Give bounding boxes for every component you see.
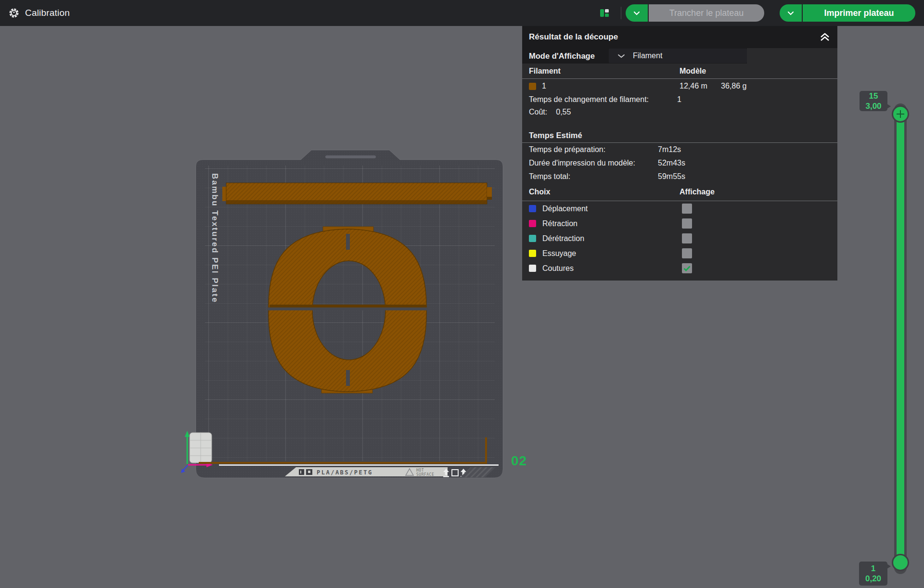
gear-icon [8,7,20,19]
panel-title: Résultat de la découpe [529,32,618,42]
layer-slider-bottom-handle[interactable] [892,554,909,571]
display-mode-select[interactable]: Filament [609,49,747,63]
printed-bar[interactable] [222,183,492,204]
bottom-layer-number: 1 [871,563,875,574]
plus-icon [900,110,901,118]
layer-slider-top-handle[interactable] [892,105,909,123]
wipe-checkbox[interactable] [682,248,692,258]
seams-color-swatch [529,265,536,272]
seams-checkbox[interactable] [682,263,692,273]
prime-area [190,433,212,463]
filament-change-row: Temps de changement de filament: 1 [522,93,837,106]
legend-row-deretraction: Dérétraction [522,231,837,246]
svg-text:SURFACE: SURFACE [416,473,434,477]
print-plate-button[interactable]: Imprimer plateau [803,4,915,22]
print-dropdown-button[interactable] [780,4,802,22]
collapse-panel-icon[interactable] [819,32,831,42]
panel-header: Résultat de la découpe [522,26,837,48]
display-mode-value: Filament [633,51,662,60]
filament-color-swatch [529,83,536,90]
chevron-down-icon [617,54,625,58]
deretraction-color-swatch [529,235,536,242]
plate-grid-major [205,166,495,461]
cost-value: 0,55 [556,108,571,116]
prep-time-row: Temps de préparation: 7m12s [522,143,837,156]
display-mode-label: Mode d'Affichage [522,51,609,61]
chevron-down-icon [787,11,794,15]
plate-material-text: PLA/ABS/PETG [317,469,373,476]
deretraction-checkbox[interactable] [682,233,692,243]
filament-weight: 36,86 g [721,82,746,90]
model-time-row: Durée d'impression du modèle: 52m43s [522,156,837,170]
display-mode-row: Mode d'Affichage Filament [522,48,837,64]
page-title: Calibration [25,0,70,26]
filament-length: 12,46 m [680,82,707,90]
slice-dropdown-button[interactable] [626,4,648,22]
panel-bottom-padding [522,276,837,281]
top-bar: Calibration Trancher le plateau Imprimer… [0,0,924,26]
svg-text:HOT: HOT [416,468,424,473]
legend-row-retraction: Rétraction [522,216,837,231]
top-layer-number: 15 [869,91,878,101]
filament-id: 1 [542,82,546,90]
slice-plate-button[interactable]: Trancher le plateau [649,4,764,22]
toolbar-divider [621,7,621,19]
bottom-layer-badge: 1 0,20 [859,562,887,586]
top-layer-badge: 15 3,00 [860,91,887,111]
plate-number-label: 02 [511,453,527,468]
legend-row-seams: Coutures [522,261,837,276]
top-layer-height: 3,00 [865,101,881,111]
travel-color-swatch [529,205,536,212]
layer-slider-fill [897,114,904,562]
total-time-row: Temps total: 59m55s [522,170,837,183]
legend-header: Choix Affichage [522,183,837,201]
printed-ring[interactable] [268,227,427,393]
legend-row-wipe: Essuyage [522,246,837,261]
filament-row: 1 12,46 m 36,86 g [522,79,837,93]
retraction-checkbox[interactable] [682,218,692,229]
cost-row: Coût: 0,55 [522,106,837,118]
wipe-color-swatch [529,250,536,257]
filament-table-header: Filament Modèle [522,64,837,79]
spacer [522,118,837,128]
chevron-down-icon [633,11,640,15]
bottom-layer-height: 0,20 [865,574,881,584]
travel-checkbox[interactable] [682,204,692,214]
plate-layout-icon [600,8,609,18]
plate-handle-slot [325,155,376,158]
filament-change-value: 1 [677,95,681,104]
plate-name-label: Bambu Textured PEI Plate [210,173,219,303]
legend-row-travel: Déplacement [522,201,837,216]
plate-front-edge [219,464,499,466]
estimated-time-title: Temps Estimé [522,128,837,143]
slice-result-panel: Résultat de la découpe Mode d'Affichage … [522,26,837,281]
retraction-color-swatch [529,220,536,227]
